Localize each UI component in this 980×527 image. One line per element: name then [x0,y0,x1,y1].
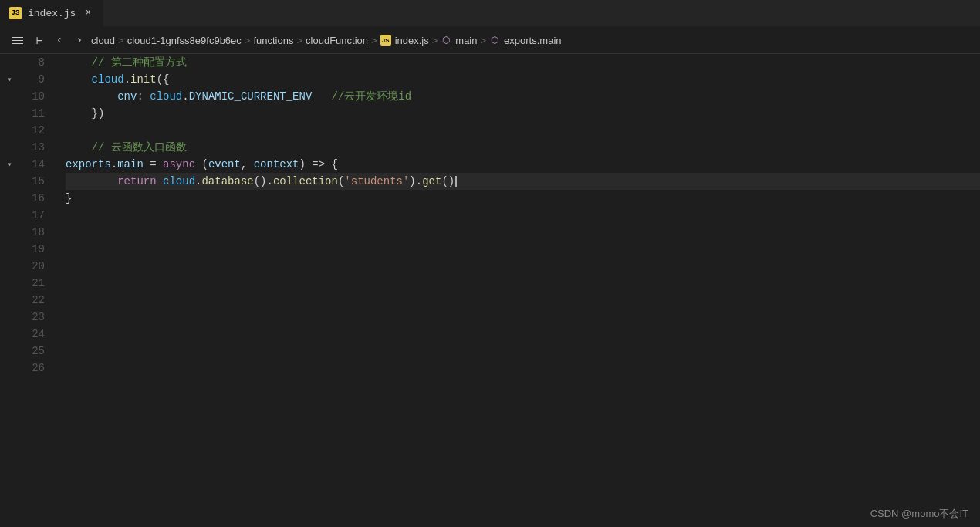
editor-area: ▾ ▾ 8 9 10 11 12 13 14 15 16 17 18 19 20… [0,54,980,527]
breadcrumb-bar: ⊢ ‹ › cloud > cloud1-1gnfss8e9fc9b6ec > … [0,27,980,54]
breadcrumb-indexjs[interactable]: JS index.js [380,35,429,46]
tab-filename: index.js [28,8,76,19]
hamburger-line-2 [12,40,23,41]
gutter-14[interactable]: ▾ [0,156,19,173]
code-token: () [254,175,267,187]
code-line-16: } [66,190,980,207]
line-num-10: 10 [19,88,54,105]
menu-icon[interactable] [8,32,28,49]
cube-icon-main: ⬡ [441,35,451,46]
code-token: cloud [92,73,124,86]
js-file-icon: JS [9,7,22,19]
code-editor[interactable]: // 第二种配置方式 cloud.init({ env: cloud.DYNAM… [66,54,980,527]
code-token [66,73,92,86]
code-token: context [254,158,299,171]
gutter-25 [0,343,19,360]
gutter-18 [0,224,19,241]
breadcrumb-exportsmain[interactable]: ⬡ exports.main [489,35,561,46]
code-line-19 [66,241,980,258]
code-token: . [124,73,130,86]
line-num-23: 23 [19,309,54,326]
hamburger-line-3 [12,43,23,44]
gutter-24 [0,326,19,343]
code-line-14: exports.main = async (event, context) =>… [66,156,980,173]
code-token: ( [195,158,208,171]
line-num-9: 9 [19,71,54,88]
line-num-21: 21 [19,275,54,292]
code-token: DYNAMIC_CURRENT_ENV [189,90,313,103]
code-token [66,90,117,103]
watermark: CSDN @momo不会IT [870,507,968,521]
line-num-12: 12 [19,122,54,139]
gutter-19 [0,241,19,258]
gutter-20 [0,258,19,275]
line-num-16: 16 [19,190,54,207]
code-token [66,107,92,120]
line-num-15: 15 [19,173,54,190]
code-token: event [208,158,241,171]
code-token: main [117,158,144,171]
line-num-19: 19 [19,241,54,258]
code-token: //云开发环境id [312,90,411,103]
gutter-23 [0,309,19,326]
line-num-13: 13 [19,139,54,156]
file-tab[interactable]: JS index.js × [0,0,104,27]
code-token: 'students' [344,175,409,187]
code-token: get [422,175,441,187]
line-num-17: 17 [19,207,54,224]
gutter-17 [0,207,19,224]
gutter-12 [0,122,19,139]
gutter-13 [0,139,19,156]
line-num-24: 24 [19,326,54,343]
code-token: cloud [163,175,195,187]
code-line-12 [66,122,980,139]
code-token: : [137,90,150,103]
code-token: database [201,175,253,187]
code-line-22 [66,292,980,309]
code-token: return [117,175,156,187]
code-token: async [163,158,195,171]
code-token: . [182,90,188,103]
gutter-9[interactable]: ▾ [0,71,19,88]
line-num-22: 22 [19,292,54,309]
code-token: ) [409,175,415,187]
bookmark-icon[interactable]: ⊢ [31,32,48,49]
gutter-21 [0,275,19,292]
code-token: . [267,175,273,187]
code-line-26 [66,360,980,377]
code-token: // 云函数入口函数 [66,140,187,154]
code-token: . [111,158,117,171]
line-num-26: 26 [19,360,54,377]
code-token: ({ [157,73,170,86]
line-num-8: 8 [19,54,54,71]
code-line-9: cloud.init({ [66,71,980,88]
code-token: cloud [150,90,182,103]
code-line-15: return cloud.database().collection('stud… [66,173,980,190]
breadcrumb-cloud1[interactable]: cloud1-1gnfss8e9fc9b6ec [127,35,242,46]
breadcrumb-functions[interactable]: functions [253,35,293,46]
code-token: } [66,192,72,204]
cube-icon-exports: ⬡ [489,35,500,46]
code-line-8: // 第二种配置方式 [66,54,980,71]
code-line-18 [66,224,980,241]
tab-close-button[interactable]: × [82,7,94,19]
forward-button[interactable]: › [71,32,88,49]
line-numbers: 8 9 10 11 12 13 14 15 16 17 18 19 20 21 … [19,54,66,527]
code-token: }) [92,107,105,120]
code-token: init [130,73,157,86]
code-token: = [144,158,163,171]
mini-js-icon: JS [380,35,391,46]
breadcrumb-cloudfunction[interactable]: cloudFunction [306,35,368,46]
fold-gutter: ▾ ▾ [0,54,19,527]
breadcrumb-cloud[interactable]: cloud [91,35,115,46]
code-line-25 [66,343,980,360]
line-num-20: 20 [19,258,54,275]
breadcrumb-main[interactable]: ⬡ main [441,35,477,46]
gutter-11 [0,105,19,122]
code-token: ) => { [299,158,338,171]
code-line-23 [66,309,980,326]
hamburger-line-1 [12,37,23,38]
code-token: () [441,175,455,187]
back-button[interactable]: ‹ [51,32,68,49]
gutter-8 [0,54,19,71]
